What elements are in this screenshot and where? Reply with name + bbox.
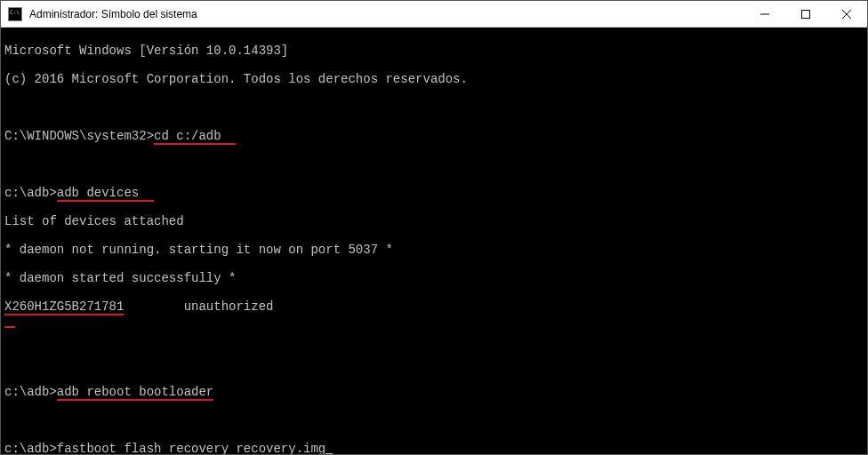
command-text: cd c:/adb	[154, 129, 221, 145]
device-status: unauthorized	[124, 299, 273, 314]
terminal-line: Microsoft Windows [Versión 10.0.14393]	[4, 44, 864, 58]
window-title: Administrador: Símbolo del sistema	[29, 8, 744, 20]
prompt: c:\adb>	[4, 385, 57, 399]
command-text: fastboot flash recovery recovery.img	[57, 442, 326, 454]
annotation-mark	[4, 326, 15, 328]
underline-extension	[139, 186, 154, 202]
terminal-line	[4, 100, 864, 115]
terminal-line	[4, 328, 864, 342]
terminal-line	[4, 157, 864, 172]
command-prompt-window: Administrador: Símbolo del sistema Micro…	[0, 0, 868, 455]
terminal-line	[4, 356, 864, 371]
underline-extension	[221, 129, 237, 145]
terminal-line: List of devices attached	[4, 214, 864, 228]
maximize-button[interactable]	[785, 1, 826, 27]
svg-rect-1	[802, 10, 810, 18]
command-text: adb reboot bootloader	[57, 385, 213, 401]
prompt: c:\adb>	[4, 186, 57, 200]
terminal-line: (c) 2016 Microsoft Corporation. Todos lo…	[4, 72, 864, 86]
terminal-line: * daemon not running. starting it now on…	[4, 243, 864, 257]
close-icon	[842, 10, 851, 19]
terminal-line: c:\adb>fastboot flash recovery recovery.…	[4, 442, 864, 454]
titlebar[interactable]: Administrador: Símbolo del sistema	[1, 1, 867, 28]
terminal-line: X260H1ZG5B271781 unauthorized	[4, 299, 864, 314]
device-id: X260H1ZG5B271781	[4, 299, 124, 315]
terminal-line: c:\adb>adb reboot bootloader	[4, 385, 864, 399]
terminal-line: C:\WINDOWS\system32>cd c:/adb	[4, 129, 864, 143]
terminal-area[interactable]: Microsoft Windows [Versión 10.0.14393] (…	[1, 28, 867, 454]
cmd-icon	[8, 7, 22, 21]
prompt: c:\adb>	[4, 442, 57, 454]
window-controls	[744, 1, 867, 27]
maximize-icon	[801, 10, 810, 19]
terminal-line: c:\adb>adb devices	[4, 186, 864, 200]
minimize-icon	[760, 10, 769, 19]
prompt: C:\WINDOWS\system32>	[4, 129, 154, 143]
command-text: adb devices	[57, 186, 139, 202]
minimize-button[interactable]	[744, 1, 785, 27]
text-cursor	[326, 453, 333, 454]
close-button[interactable]	[826, 1, 867, 27]
terminal-line	[4, 413, 864, 427]
terminal-line: * daemon started successfully *	[4, 271, 864, 285]
